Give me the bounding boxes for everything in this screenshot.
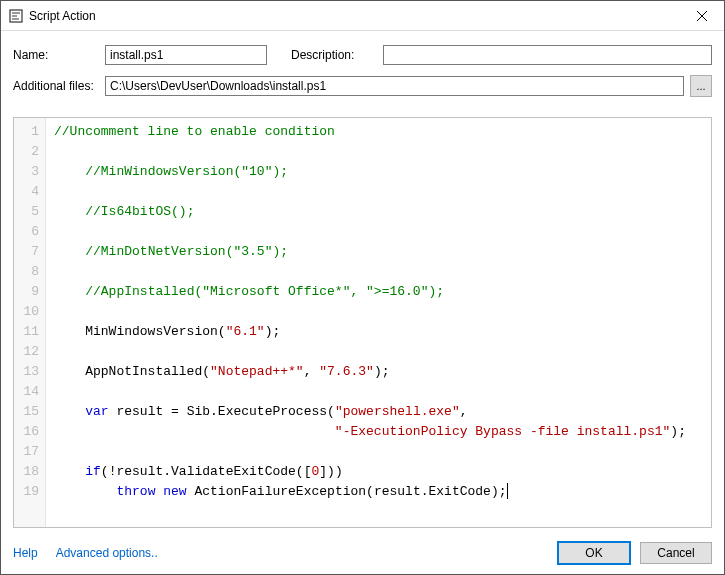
titlebar: Script Action xyxy=(1,1,724,31)
line-number: 1 xyxy=(20,122,39,142)
code-line[interactable]: if(!result.ValidateExitCode([0])) xyxy=(54,462,703,482)
code-editor[interactable]: 12345678910111213141516171819 //Uncommen… xyxy=(13,117,712,528)
line-number: 15 xyxy=(20,402,39,422)
line-number: 8 xyxy=(20,262,39,282)
line-number: 9 xyxy=(20,282,39,302)
code-line[interactable] xyxy=(54,182,703,202)
line-number: 18 xyxy=(20,462,39,482)
help-link[interactable]: Help xyxy=(13,546,38,560)
code-line[interactable]: var result = Sib.ExecuteProcess("powersh… xyxy=(54,402,703,422)
line-number: 13 xyxy=(20,362,39,382)
line-number: 16 xyxy=(20,422,39,442)
code-line[interactable] xyxy=(54,222,703,242)
dialog-footer: Help Advanced options.. OK Cancel xyxy=(1,528,724,574)
code-line[interactable]: //MinDotNetVersion("3.5"); xyxy=(54,242,703,262)
description-label: Description: xyxy=(291,48,383,62)
code-line[interactable] xyxy=(54,262,703,282)
line-gutter: 12345678910111213141516171819 xyxy=(14,118,46,527)
code-line[interactable]: //MinWindowsVersion("10"); xyxy=(54,162,703,182)
browse-button[interactable]: ... xyxy=(690,75,712,97)
line-number: 11 xyxy=(20,322,39,342)
caret xyxy=(507,483,508,499)
code-line[interactable]: throw new ActionFailureException(result.… xyxy=(54,482,703,502)
window-title: Script Action xyxy=(29,9,679,23)
ok-button[interactable]: OK xyxy=(558,542,630,564)
code-line[interactable]: //Uncomment line to enable condition xyxy=(54,122,703,142)
line-number: 17 xyxy=(20,442,39,462)
code-line[interactable] xyxy=(54,442,703,462)
form-area: Name: Description: Additional files: ... xyxy=(1,31,724,117)
line-number: 4 xyxy=(20,182,39,202)
row-additional-files: Additional files: ... xyxy=(13,75,712,97)
close-icon xyxy=(697,11,707,21)
code-line[interactable]: //AppInstalled("Microsoft Office*", ">=1… xyxy=(54,282,703,302)
code-line[interactable]: //Is64bitOS(); xyxy=(54,202,703,222)
app-icon xyxy=(9,9,23,23)
line-number: 12 xyxy=(20,342,39,362)
code-line[interactable] xyxy=(54,382,703,402)
name-input[interactable] xyxy=(105,45,267,65)
line-number: 7 xyxy=(20,242,39,262)
code-line[interactable]: MinWindowsVersion("6.1"); xyxy=(54,322,703,342)
line-number: 19 xyxy=(20,482,39,502)
code-line[interactable]: AppNotInstalled("Notepad++*", "7.6.3"); xyxy=(54,362,703,382)
code-line[interactable]: "-ExecutionPolicy Bypass -file install.p… xyxy=(54,422,703,442)
code-line[interactable] xyxy=(54,302,703,322)
line-number: 3 xyxy=(20,162,39,182)
code-line[interactable] xyxy=(54,142,703,162)
description-input[interactable] xyxy=(383,45,712,65)
line-number: 10 xyxy=(20,302,39,322)
cancel-button[interactable]: Cancel xyxy=(640,542,712,564)
row-name-desc: Name: Description: xyxy=(13,45,712,65)
line-number: 14 xyxy=(20,382,39,402)
additional-files-label: Additional files: xyxy=(13,79,105,93)
script-action-dialog: Script Action Name: Description: Additio… xyxy=(0,0,725,575)
additional-files-input[interactable] xyxy=(105,76,684,96)
code-area[interactable]: //Uncomment line to enable condition //M… xyxy=(46,118,711,527)
name-label: Name: xyxy=(13,48,105,62)
advanced-options-link[interactable]: Advanced options.. xyxy=(56,546,158,560)
code-line[interactable] xyxy=(54,342,703,362)
line-number: 6 xyxy=(20,222,39,242)
close-button[interactable] xyxy=(679,1,724,31)
line-number: 2 xyxy=(20,142,39,162)
line-number: 5 xyxy=(20,202,39,222)
